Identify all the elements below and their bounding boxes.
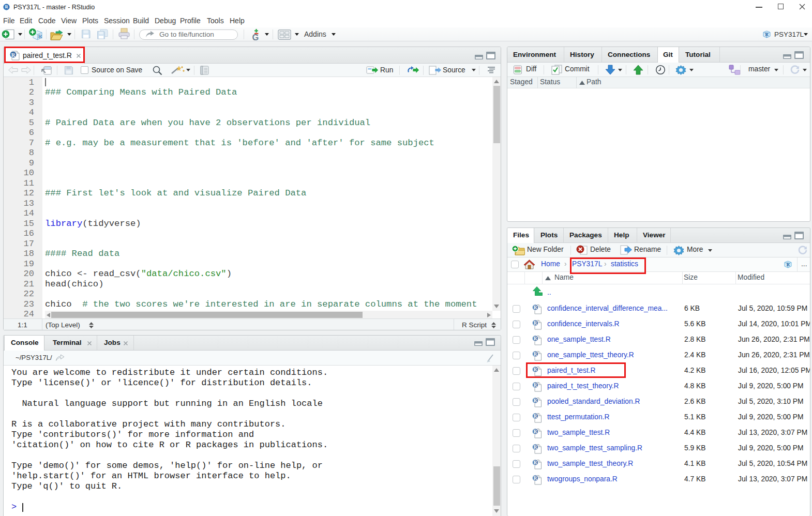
svg-text:R: R	[534, 336, 537, 341]
svg-text:R: R	[38, 33, 43, 39]
svg-text:R: R	[534, 429, 537, 434]
svg-text:R: R	[534, 460, 537, 465]
svg-text:R: R	[5, 4, 8, 9]
svg-text:R: R	[534, 445, 537, 450]
svg-text:R: R	[534, 398, 537, 403]
svg-text:R: R	[534, 321, 537, 326]
svg-text:R: R	[534, 352, 537, 357]
svg-text:R: R	[786, 262, 790, 267]
svg-text:R: R	[534, 414, 537, 419]
svg-text:R: R	[534, 305, 537, 310]
svg-text:G: G	[252, 33, 259, 41]
svg-text:R: R	[534, 476, 537, 481]
svg-text:R: R	[765, 32, 769, 37]
svg-text:R: R	[534, 383, 537, 388]
